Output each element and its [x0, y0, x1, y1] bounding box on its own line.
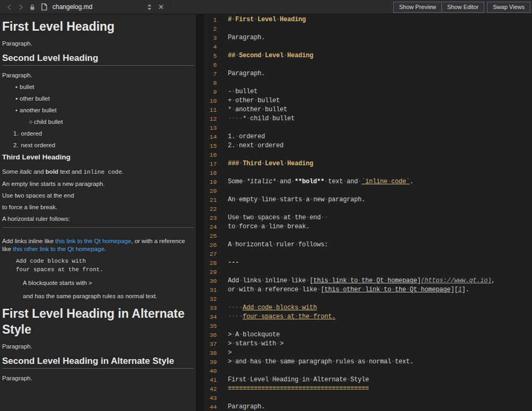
md-text-token: to·force·a·line·break.: [228, 223, 309, 230]
whitespace-dot: ····: [228, 115, 243, 122]
line-number: 27: [204, 249, 217, 258]
whitespace-dot: ·: [380, 286, 384, 293]
editor-line: 35: [204, 321, 532, 330]
whitespace-dot: ·: [261, 160, 265, 167]
preview-p: Paragraph.: [2, 343, 194, 351]
md-text-token: ].: [462, 286, 469, 293]
editor-line-text: Some·*italic*·and·**bold**·text·and·`inl…: [228, 177, 413, 186]
preview-p: Paragraph.: [2, 40, 194, 48]
whitespace-dot: ·: [254, 142, 258, 149]
whitespace-dot: ·: [276, 16, 280, 23]
code-block: Add code blocks withfour spaces at the f…: [16, 257, 194, 274]
whitespace-dot: ·: [309, 313, 313, 320]
editor-line-text: or·with·a·reference·like·[this·other·lin…: [228, 285, 469, 294]
editor-line: 3Paragraph.: [204, 33, 532, 42]
document-tab[interactable]: changelog.md: [0, 0, 171, 14]
line-number: 5: [204, 51, 217, 60]
md-text-token: Add·links·inline·like·[: [228, 277, 313, 284]
line-number: 33: [204, 303, 217, 312]
line-number: 36: [204, 330, 217, 339]
md-code-token: four·spaces·at·the·front.: [243, 313, 335, 320]
editor-line: 6: [204, 60, 532, 69]
disc-marker-icon: •: [13, 106, 20, 114]
whitespace-dot: ·: [302, 196, 306, 203]
editor-line: 1#·First·Level·Heading: [204, 15, 532, 24]
hyperlink[interactable]: this link to the Qt homepage: [55, 238, 131, 244]
editor-line: 22: [204, 204, 532, 213]
line-number: 37: [204, 339, 217, 349]
editor-line-text: Add·links·inline·like·[this·link·to·the·…: [228, 276, 495, 285]
whitespace-dot: ·: [328, 277, 332, 284]
list-item: •another bullet: [2, 106, 194, 114]
whitespace-dot: ·: [239, 214, 243, 221]
md-text-token: ····*·child·bullet: [228, 115, 295, 122]
whitespace-dot: ·: [406, 286, 410, 293]
line-number: 30: [204, 276, 217, 285]
whitespace-dot: ·: [354, 358, 358, 365]
whitespace-dot: ·: [269, 376, 272, 383]
show-preview-button[interactable]: Show Preview: [393, 2, 442, 13]
editor-line: 34····four·spaces·at·the·front.: [204, 312, 532, 321]
whitespace-dot: ·: [235, 286, 239, 293]
markdown-preview-pane[interactable]: First Level HeadingParagraph.Second Leve…: [0, 14, 196, 411]
line-number: 39: [204, 358, 217, 367]
md-h-token: #·First·Level·Heading: [228, 16, 306, 23]
line-number: 29: [204, 267, 217, 276]
hyperlink[interactable]: this other link to the Qt homepage: [13, 246, 104, 252]
line-number: 34: [204, 312, 217, 321]
whitespace-dot: ·: [261, 277, 265, 284]
whitespace-dot: ·: [232, 358, 235, 365]
markdown-editor-pane[interactable]: 1#·First·Level·Heading23Paragraph.45##·S…: [204, 14, 532, 411]
pane-splitter[interactable]: [196, 14, 204, 411]
line-number: 19: [204, 177, 217, 186]
close-icon[interactable]: [156, 2, 166, 12]
editor-line: 2: [204, 24, 532, 33]
show-editor-button[interactable]: Show Editor: [441, 2, 484, 13]
md-text-token: ,: [491, 277, 495, 284]
view-buttons: Show Preview Show Editor Swap Views: [393, 2, 532, 13]
text-run: text and: [58, 168, 83, 175]
line-number: 10: [204, 96, 217, 105]
editor-line: 5##·Second·Level·Heading: [204, 51, 532, 60]
whitespace-dot: ·: [280, 214, 283, 221]
whitespace-dot: ·: [235, 142, 239, 149]
whitespace-dot: ·: [239, 277, 243, 284]
line-number: 20: [204, 186, 217, 195]
preview-paragraph: Some italic and bold text and inline cod…: [2, 168, 194, 176]
editor-line: 26A·horizontal·ruler·follows:: [204, 240, 532, 249]
line-number: 9: [204, 87, 217, 96]
lock-icon[interactable]: [28, 2, 37, 12]
swap-views-button[interactable]: Swap Views: [487, 2, 530, 13]
whitespace-dot: ·: [254, 286, 258, 293]
line-number: 22: [204, 204, 217, 213]
editor-line: 13: [204, 123, 532, 132]
line-number: 25: [204, 231, 217, 240]
whitespace-dot: ·: [235, 196, 239, 203]
back-icon[interactable]: [4, 2, 14, 12]
editor-line: 10+·other·bullet: [204, 96, 532, 105]
list-item-label: another bullet: [20, 106, 57, 114]
line-number: 18: [204, 168, 217, 177]
line-number: 4: [204, 42, 217, 51]
whitespace-dot: ·: [265, 223, 269, 230]
editor-line-text: First·Level·Heading·in·Alternate·Style: [228, 376, 369, 385]
updown-arrows-icon[interactable]: [145, 2, 154, 12]
md-text-token: Paragraph.: [228, 70, 265, 77]
line-number: 23: [204, 213, 217, 222]
whitespace-dot: ·: [276, 196, 280, 203]
editor-line: 38>: [204, 349, 532, 358]
md-url-token: (https://www.qt.io): [421, 277, 491, 284]
md-link-token: this·other·link·to·the·Qt·homepage: [324, 286, 450, 293]
forward-icon[interactable]: [16, 2, 25, 12]
editor-line: 27: [204, 249, 532, 258]
md-i-token: *italic*: [246, 178, 276, 185]
whitespace-dot: ·: [358, 277, 361, 284]
whitespace-dot: ·: [283, 52, 287, 59]
whitespace-dot: ·: [254, 214, 258, 221]
editor-line-text: ····*·child·bullet: [228, 114, 295, 123]
list-item: ○child bullet: [2, 118, 194, 126]
preview-h2: Second Level Heading: [2, 53, 194, 66]
whitespace-dot: ·: [317, 286, 321, 293]
whitespace-dot: ····: [228, 304, 243, 311]
whitespace-dot: ·: [246, 115, 250, 122]
